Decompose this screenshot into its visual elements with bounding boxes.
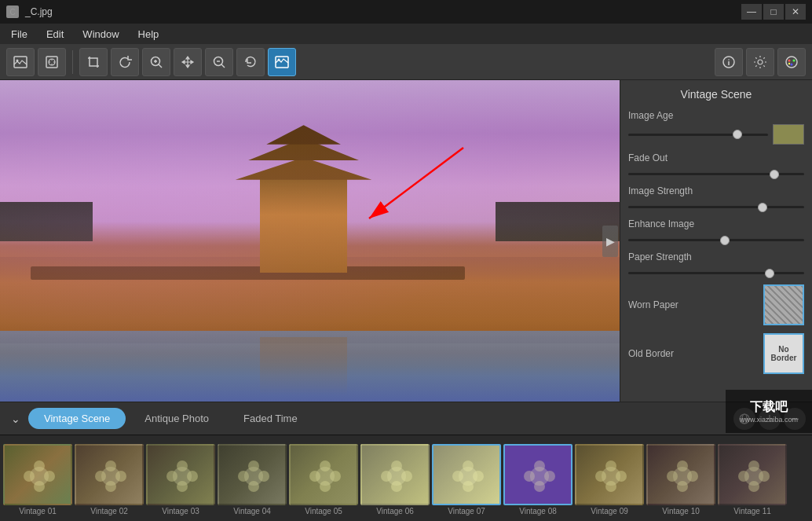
title-bar-controls: — □ ✕	[741, 4, 806, 20]
thumbnail-item[interactable]: Vintage 01	[3, 444, 72, 515]
paper-strength-control: Paper Strength	[628, 251, 804, 277]
tab-vintage-scene[interactable]: Vintage Scene	[28, 408, 126, 429]
thumbnail-item[interactable]: Vintage 07	[432, 444, 501, 515]
thumbnail-label: Vintage 11	[733, 507, 771, 515]
effects-button[interactable]	[268, 48, 296, 76]
svg-point-67	[677, 481, 688, 492]
zoom-in-button[interactable]	[142, 48, 170, 76]
enhance-image-slider[interactable]	[628, 239, 804, 241]
tab-antique-photo[interactable]: Antique Photo	[129, 408, 225, 429]
svg-point-49	[401, 471, 412, 482]
thumbnail-item[interactable]: Vintage 10	[646, 444, 715, 515]
svg-point-46	[391, 460, 402, 471]
close-button[interactable]: ✕	[785, 4, 806, 20]
settings-button[interactable]	[746, 48, 774, 76]
thumbnail-label: Vintage 04	[233, 507, 271, 515]
scan-button[interactable]	[38, 48, 66, 76]
nav-right-arrow[interactable]: ▶	[602, 226, 618, 257]
svg-point-21	[34, 460, 45, 471]
thumbnail-label: Vintage 06	[376, 507, 414, 515]
crop-button[interactable]	[79, 48, 108, 76]
image-strength-control: Image Strength	[628, 185, 804, 211]
menu-edit[interactable]: Edit	[38, 26, 71, 42]
svg-point-14	[791, 63, 793, 65]
menu-bar: File Edit Window Help	[0, 24, 812, 44]
worn-paper-swatch[interactable]	[763, 284, 804, 325]
old-border-label: Old Border	[628, 348, 674, 359]
svg-point-58	[524, 471, 535, 482]
thumbnail-item[interactable]: Vintage 11	[718, 444, 787, 515]
svg-point-28	[95, 471, 106, 482]
thumbnails-strip: Vintage 01Vintage 02Vintage 03Vintage 04…	[0, 435, 812, 521]
thumbnail-label: Vintage 05	[305, 507, 342, 515]
thumbnail-label: Vintage 01	[19, 507, 57, 515]
zoom-out-button[interactable]	[205, 48, 233, 76]
info-button[interactable]	[715, 48, 743, 76]
redo-button[interactable]	[236, 48, 265, 76]
svg-point-73	[738, 471, 749, 482]
thumbnail-label: Vintage 02	[90, 507, 128, 515]
svg-point-33	[166, 471, 177, 482]
svg-point-61	[605, 460, 616, 471]
svg-point-63	[595, 471, 606, 482]
image-age-swatch	[773, 124, 804, 145]
svg-point-59	[544, 471, 555, 482]
svg-point-32	[177, 481, 188, 492]
thumbnail-item[interactable]: Vintage 03	[146, 444, 215, 515]
svg-point-36	[248, 460, 259, 471]
menu-window[interactable]: Window	[75, 26, 126, 42]
svg-point-11	[786, 57, 797, 68]
thumbnail-item[interactable]: Vintage 08	[503, 444, 572, 515]
thumbnail-label: Vintage 10	[662, 507, 700, 515]
fade-out-control: Fade Out	[628, 152, 804, 178]
image-age-slider-row	[628, 124, 804, 145]
thumbnail-item[interactable]: Vintage 09	[575, 444, 644, 515]
thumbnail-label: Vintage 03	[162, 507, 199, 515]
svg-point-24	[44, 471, 55, 482]
svg-point-68	[667, 471, 678, 482]
svg-point-34	[187, 471, 198, 482]
svg-point-51	[463, 460, 474, 471]
thumbnail-item[interactable]: Vintage 02	[75, 444, 144, 515]
svg-point-69	[687, 471, 698, 482]
svg-point-71	[748, 460, 759, 471]
fade-out-slider[interactable]	[628, 173, 804, 175]
title-bar: C _C.jpg — □ ✕	[0, 0, 812, 24]
old-border-row: Old Border No Border	[628, 333, 804, 374]
image-strength-slider[interactable]	[628, 206, 804, 208]
svg-point-29	[115, 471, 126, 482]
image-age-slider[interactable]	[628, 134, 768, 136]
svg-point-52	[463, 481, 474, 492]
minimize-button[interactable]: —	[741, 4, 762, 20]
canvas-area: ▶	[0, 80, 620, 402]
paper-strength-slider[interactable]	[628, 272, 804, 274]
worn-paper-row: Worn Paper	[628, 284, 804, 325]
move-button[interactable]	[174, 48, 202, 76]
image-age-label: Image Age	[628, 110, 804, 121]
svg-point-9	[728, 59, 730, 61]
palette-button[interactable]	[777, 48, 806, 76]
menu-file[interactable]: File	[3, 26, 35, 42]
old-border-swatch[interactable]: No Border	[763, 333, 804, 374]
menu-help[interactable]: Help	[130, 26, 167, 42]
thumbnail-item[interactable]: Vintage 04	[218, 444, 287, 515]
maximize-button[interactable]: □	[763, 4, 784, 20]
tab-faded-time[interactable]: Faded Time	[228, 408, 313, 429]
svg-point-15	[788, 62, 790, 64]
svg-point-23	[24, 471, 35, 482]
thumbnail-item[interactable]: Vintage 05	[289, 444, 358, 515]
image-button[interactable]	[6, 48, 35, 76]
enhance-image-control: Enhance Image	[628, 218, 804, 244]
svg-point-39	[258, 471, 269, 482]
svg-point-10	[758, 60, 763, 64]
rotate-button[interactable]	[111, 48, 139, 76]
panel-title: Vintage Scene	[628, 88, 804, 101]
svg-point-27	[105, 481, 116, 492]
svg-point-62	[605, 481, 616, 492]
svg-point-48	[381, 471, 392, 482]
fade-out-label: Fade Out	[628, 152, 804, 163]
thumbnail-item[interactable]: Vintage 06	[360, 444, 430, 515]
svg-point-66	[677, 460, 688, 471]
tab-chevron-down[interactable]: ⌄	[6, 409, 25, 428]
svg-point-53	[452, 471, 463, 482]
